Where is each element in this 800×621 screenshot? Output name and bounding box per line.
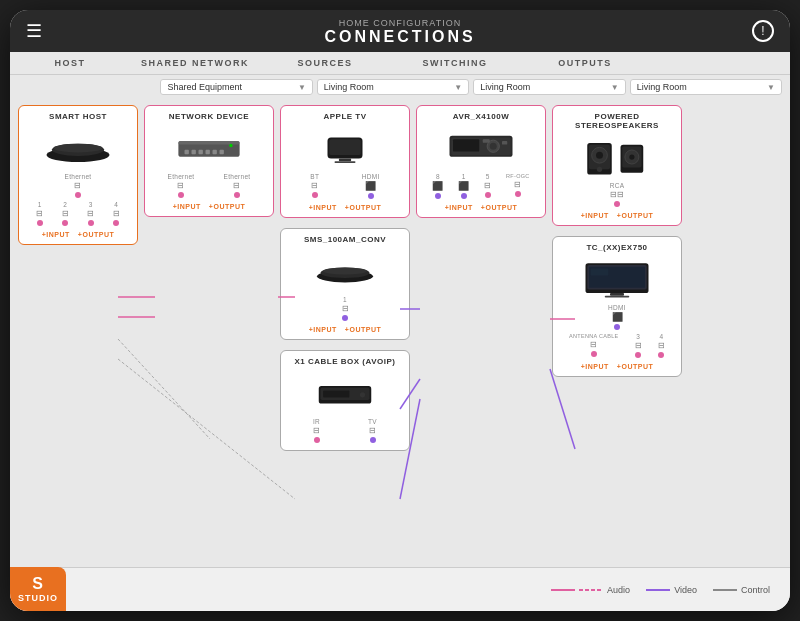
svg-rect-6 <box>192 150 196 154</box>
appletv-ports: BT ⊟ HDMI ⬛ <box>287 173 403 200</box>
tv-card: TC_(xx)EX750 HDMI <box>552 236 682 377</box>
avr-ports: 8 ⬛ 1 ⬛ 5 ⊟ RF-OGC <box>423 173 539 200</box>
tv-output-btn[interactable]: +OUTPUT <box>617 363 653 370</box>
column-outputs: Powered StereoSpeakers <box>552 105 682 574</box>
speakers-card: Powered StereoSpeakers <box>552 105 682 226</box>
svg-rect-25 <box>453 139 479 151</box>
sms-ports: 1 ⊟ <box>287 296 403 322</box>
speakers-input-btn[interactable]: +INPUT <box>581 212 609 219</box>
legend: Audio Video Control <box>551 585 770 595</box>
network-actions: +INPUT +OUTPUT <box>173 203 245 210</box>
audio-line <box>551 589 575 591</box>
host-actions: +INPUT +OUTPUT <box>42 231 114 238</box>
appletv-image <box>310 127 380 169</box>
tv-image <box>582 258 652 300</box>
avr-input-btn[interactable]: +INPUT <box>445 204 473 211</box>
svg-rect-13 <box>329 139 361 155</box>
svg-point-27 <box>490 143 497 150</box>
svg-point-2 <box>54 144 103 153</box>
column-host: Smart Host Ethernet ⊟ <box>18 105 138 574</box>
legend-video: Video <box>646 585 697 595</box>
tv-ports-2: ANTENNA CABLE ⊟ 3 ⊟ 4 ⊟ <box>559 333 675 359</box>
main-area: Smart Host Ethernet ⊟ <box>10 99 790 580</box>
network-name: Network Device <box>169 112 249 121</box>
smart-host-card: Smart Host Ethernet ⊟ <box>18 105 138 245</box>
appletv-output-btn[interactable]: +OUTPUT <box>345 204 381 211</box>
svg-rect-7 <box>199 150 203 154</box>
x1-image <box>310 372 380 414</box>
sms-name: SMS_100AM_CONV <box>304 235 386 244</box>
svg-rect-8 <box>206 150 210 154</box>
avr-image <box>446 127 516 169</box>
speakers-image <box>582 136 652 178</box>
speakers-ports: RCA ⊟⊟ <box>559 182 675 208</box>
host-output-btn[interactable]: +OUTPUT <box>78 231 114 238</box>
svg-rect-14 <box>339 159 351 162</box>
svg-point-33 <box>596 152 603 159</box>
tablet-frame: ☰ Home Configuration CONNECTIONS ! HOST … <box>10 10 790 611</box>
col-sources: SOURCES <box>260 52 390 74</box>
svg-rect-5 <box>185 150 189 154</box>
network-output-btn[interactable]: +OUTPUT <box>209 203 245 210</box>
tv-actions: +INPUT +OUTPUT <box>581 363 653 370</box>
appletv-name: Apple TV <box>323 112 366 121</box>
outputs-dropdown[interactable]: Living Room ▼ <box>630 79 782 95</box>
dropdowns-row: Shared Equipment ▼ Living Room ▼ Living … <box>10 75 790 99</box>
column-sources: Apple TV BT ⊟ HDM <box>280 105 410 574</box>
network-input-btn[interactable]: +INPUT <box>173 203 201 210</box>
tv-input-btn[interactable]: +INPUT <box>581 363 609 370</box>
svg-rect-42 <box>591 269 609 276</box>
speakers-output-btn[interactable]: +OUTPUT <box>617 212 653 219</box>
sms-actions: +INPUT +OUTPUT <box>309 326 381 333</box>
switching-dropdown[interactable]: Living Room ▼ <box>473 79 625 95</box>
svg-rect-29 <box>502 141 507 145</box>
svg-rect-44 <box>605 296 630 298</box>
svg-point-18 <box>323 268 367 275</box>
studio-text: S STUDIO <box>18 574 58 604</box>
footer-bar: Audio Video Control <box>10 567 790 611</box>
svg-rect-15 <box>335 161 356 163</box>
tv-ports-1: HDMI ⬛ <box>559 304 675 331</box>
svg-point-21 <box>360 392 365 397</box>
sms-output-btn[interactable]: +OUTPUT <box>345 326 381 333</box>
column-switching: AVR_X4100W 8 ⬛ <box>416 105 546 574</box>
appletv-actions: +INPUT +OUTPUT <box>309 204 381 211</box>
tv-name: TC_(xx)EX750 <box>586 243 647 252</box>
studio-label: STUDIO <box>18 593 58 604</box>
sms-input-btn[interactable]: +INPUT <box>309 326 337 333</box>
header-main-title: CONNECTIONS <box>10 28 790 46</box>
video-label: Video <box>674 585 697 595</box>
avr-name: AVR_X4100W <box>453 112 509 121</box>
svg-rect-9 <box>213 150 217 154</box>
legend-audio: Audio <box>551 585 630 595</box>
speakers-name: Powered StereoSpeakers <box>559 112 675 130</box>
smart-host-name: Smart Host <box>49 112 107 121</box>
network-ports: Ethernet ⊟ Ethernet ⊟ <box>151 173 267 199</box>
info-icon[interactable]: ! <box>752 20 774 42</box>
header-sub-title: Home Configuration <box>10 18 790 28</box>
svg-rect-10 <box>220 150 224 154</box>
menu-icon[interactable]: ☰ <box>26 20 42 42</box>
col-outputs: OUTPUTS <box>520 52 650 74</box>
video-line-svg <box>646 588 670 592</box>
col-switching: SWITCHING <box>390 52 520 74</box>
appletv-card: Apple TV BT ⊟ HDM <box>280 105 410 218</box>
sms-image <box>310 250 380 292</box>
host-ports-2: 1 ⊟ 2 ⊟ 3 ⊟ 4 <box>25 201 131 227</box>
appletv-input-btn[interactable]: +INPUT <box>309 204 337 211</box>
host-input-btn[interactable]: +INPUT <box>42 231 70 238</box>
avr-output-btn[interactable]: +OUTPUT <box>481 204 517 211</box>
x1-card: X1 Cable Box (AVoIP) IR ⊟ <box>280 350 410 451</box>
smart-host-image <box>43 127 113 169</box>
shared-dropdown[interactable]: Shared Equipment ▼ <box>160 79 312 95</box>
network-card: Network Device <box>144 105 274 217</box>
control-label: Control <box>741 585 770 595</box>
svg-point-11 <box>229 144 233 148</box>
host-ports: Ethernet ⊟ <box>25 173 131 199</box>
avr-actions: +INPUT +OUTPUT <box>445 204 517 211</box>
col-host: HOST <box>10 52 130 74</box>
svg-rect-28 <box>483 139 490 143</box>
avr-card: AVR_X4100W 8 ⬛ <box>416 105 546 218</box>
control-line-svg <box>713 588 737 592</box>
sources-dropdown[interactable]: Living Room ▼ <box>317 79 469 95</box>
